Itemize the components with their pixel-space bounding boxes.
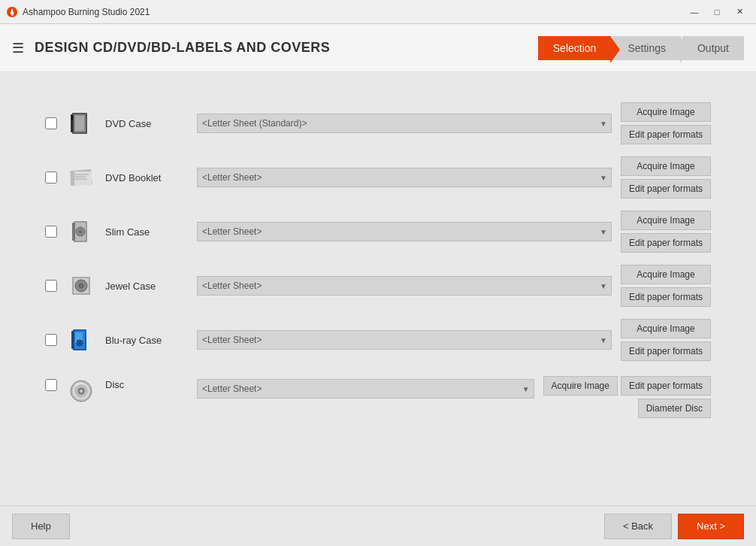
wizard-steps: Selection Settings Output bbox=[538, 36, 744, 60]
svg-point-27 bbox=[79, 342, 81, 344]
dvd-booklet-icon bbox=[66, 162, 96, 193]
dvd-booklet-buttons: Acquire Image Edit paper formats bbox=[621, 156, 711, 199]
minimize-button[interactable]: — bbox=[684, 5, 705, 20]
disc-select[interactable]: <Letter Sheet> <Letter Sheet (Standard)>… bbox=[197, 379, 534, 399]
svg-rect-11 bbox=[71, 171, 74, 185]
slim-case-row: Slim Case <Letter Sheet> <Letter Sheet (… bbox=[45, 211, 711, 253]
step-selection[interactable]: Selection bbox=[538, 36, 612, 60]
slim-case-label: Slim Case bbox=[105, 226, 188, 238]
close-button[interactable]: ✕ bbox=[729, 5, 750, 20]
disc-acquire-button[interactable]: Acquire Image bbox=[543, 376, 618, 396]
disc-checkbox[interactable] bbox=[45, 379, 57, 391]
jewel-case-select[interactable]: <Letter Sheet> <Letter Sheet (Standard)>… bbox=[197, 276, 612, 296]
slim-case-icon bbox=[66, 217, 96, 247]
app-title: Ashampoo Burning Studio 2021 bbox=[23, 7, 684, 17]
dvd-booklet-select[interactable]: <Letter Sheet> <Letter Sheet (Standard)>… bbox=[197, 168, 612, 187]
slim-case-buttons: Acquire Image Edit paper formats bbox=[621, 211, 711, 253]
slim-case-acquire-button[interactable]: Acquire Image bbox=[621, 211, 711, 230]
bluray-case-label: Blu-ray Case bbox=[105, 335, 188, 346]
disc-icon bbox=[66, 376, 96, 406]
bluray-case-icon bbox=[66, 325, 96, 355]
dvd-booklet-row: DVD Booklet <Letter Sheet> <Letter Sheet… bbox=[45, 156, 711, 199]
svg-rect-24 bbox=[71, 331, 74, 349]
disc-select-wrapper: <Letter Sheet> <Letter Sheet (Standard)>… bbox=[197, 379, 534, 399]
bluray-case-edit-button[interactable]: Edit paper formats bbox=[621, 341, 711, 361]
footer-right: < Back Next > bbox=[604, 514, 744, 539]
dvd-booklet-acquire-button[interactable]: Acquire Image bbox=[621, 156, 711, 176]
header: ☰ DESIGN CD/DVD/BD-LABELS AND COVERS Sel… bbox=[0, 24, 756, 72]
svg-point-15 bbox=[79, 230, 82, 233]
jewel-case-icon bbox=[66, 271, 96, 301]
jewel-case-acquire-button[interactable]: Acquire Image bbox=[621, 265, 711, 284]
jewel-case-select-wrapper: <Letter Sheet> <Letter Sheet (Standard)>… bbox=[197, 276, 612, 296]
slim-case-select[interactable]: <Letter Sheet> <Letter Sheet (Standard)>… bbox=[197, 222, 612, 241]
bluray-case-row: Blu-ray Case <Letter Sheet> <Letter Shee… bbox=[45, 319, 711, 361]
dvd-case-row: DVD Case <Letter Sheet (Standard)> <Lett… bbox=[45, 102, 711, 144]
svg-rect-16 bbox=[72, 223, 75, 241]
svg-rect-3 bbox=[75, 116, 84, 131]
disc-row: Disc <Letter Sheet> <Letter Sheet (Stand… bbox=[45, 373, 711, 418]
help-button[interactable]: Help bbox=[12, 514, 70, 539]
dvd-case-buttons: Acquire Image Edit paper formats bbox=[621, 102, 711, 144]
footer: Help < Back Next > bbox=[0, 505, 756, 546]
window-controls: — □ ✕ bbox=[684, 5, 750, 20]
dvd-booklet-edit-button[interactable]: Edit paper formats bbox=[621, 179, 711, 199]
back-button[interactable]: < Back bbox=[604, 514, 672, 539]
app-icon bbox=[6, 6, 18, 18]
dvd-case-icon bbox=[66, 108, 96, 138]
jewel-case-buttons: Acquire Image Edit paper formats bbox=[621, 265, 711, 307]
dvd-booklet-label: DVD Booklet bbox=[105, 172, 188, 184]
dvd-case-label: DVD Case bbox=[105, 118, 188, 129]
dvd-case-edit-button[interactable]: Edit paper formats bbox=[621, 125, 711, 144]
footer-left: Help bbox=[12, 514, 604, 539]
maximize-button[interactable]: □ bbox=[706, 5, 727, 20]
dvd-case-select-wrapper: <Letter Sheet (Standard)> <Letter Sheet>… bbox=[197, 114, 612, 133]
page-title: DESIGN CD/DVD/BD-LABELS AND COVERS bbox=[35, 40, 538, 56]
jewel-case-row: Jewel Case <Letter Sheet> <Letter Sheet … bbox=[45, 265, 711, 307]
dvd-booklet-select-wrapper: <Letter Sheet> <Letter Sheet (Standard)>… bbox=[197, 168, 612, 187]
menu-button[interactable]: ☰ bbox=[12, 40, 24, 56]
dvd-case-checkbox[interactable] bbox=[45, 117, 57, 129]
disc-buttons: Acquire Image Edit paper formats Diamete… bbox=[543, 376, 711, 418]
dvd-case-select[interactable]: <Letter Sheet (Standard)> <Letter Sheet>… bbox=[197, 114, 612, 133]
step-settings[interactable]: Settings bbox=[612, 36, 681, 60]
disc-edit-button[interactable]: Edit paper formats bbox=[621, 376, 711, 396]
jewel-case-checkbox[interactable] bbox=[45, 280, 57, 292]
bluray-case-select[interactable]: <Letter Sheet> <Letter Sheet (Standard)>… bbox=[197, 330, 612, 350]
main-content: DVD Case <Letter Sheet (Standard)> <Lett… bbox=[0, 72, 756, 505]
titlebar: Ashampoo Burning Studio 2021 — □ ✕ bbox=[0, 0, 756, 24]
slim-case-checkbox[interactable] bbox=[45, 226, 57, 238]
slim-case-edit-button[interactable]: Edit paper formats bbox=[621, 233, 711, 253]
jewel-case-edit-button[interactable]: Edit paper formats bbox=[621, 287, 711, 307]
bluray-case-select-wrapper: <Letter Sheet> <Letter Sheet (Standard)>… bbox=[197, 330, 612, 350]
bluray-case-checkbox[interactable] bbox=[45, 334, 57, 346]
next-button[interactable]: Next > bbox=[678, 514, 744, 539]
svg-point-21 bbox=[80, 285, 83, 287]
dvd-case-acquire-button[interactable]: Acquire Image bbox=[621, 102, 711, 122]
step-output[interactable]: Output bbox=[682, 36, 744, 60]
svg-rect-5 bbox=[71, 116, 73, 120]
disc-label: Disc bbox=[105, 379, 188, 390]
dvd-booklet-checkbox[interactable] bbox=[45, 171, 57, 184]
svg-point-31 bbox=[80, 390, 83, 393]
jewel-case-label: Jewel Case bbox=[105, 281, 188, 292]
slim-case-select-wrapper: <Letter Sheet> <Letter Sheet (Standard)>… bbox=[197, 222, 612, 241]
disc-diameter-button[interactable]: Diameter Disc bbox=[638, 399, 711, 418]
bluray-case-buttons: Acquire Image Edit paper formats bbox=[621, 319, 711, 361]
bluray-case-acquire-button[interactable]: Acquire Image bbox=[621, 319, 711, 338]
